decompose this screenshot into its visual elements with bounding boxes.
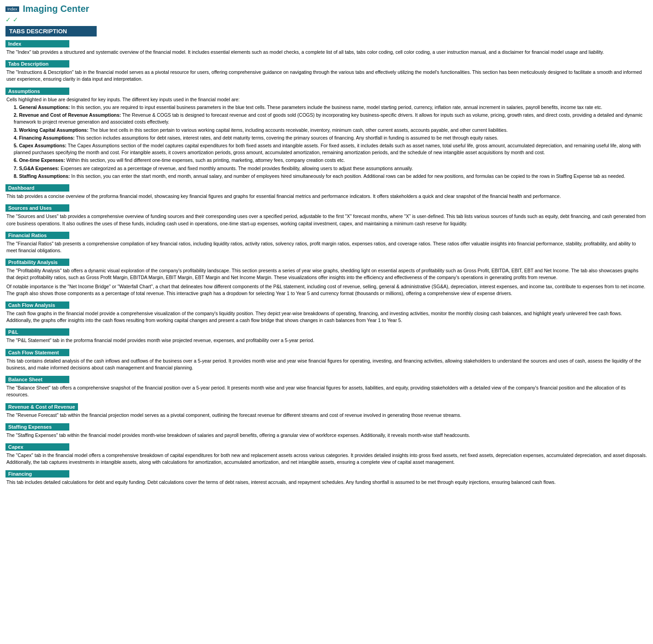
section-text-financial-ratios: The "Financial Ratios" tab presents a co…: [6, 240, 648, 254]
section-revenue-cost: Revenue & Cost of RevenueThe "Revenue Fo…: [5, 403, 648, 419]
section-label-financing[interactable]: Financing: [5, 470, 69, 478]
section-cash-flow-analysis: Cash Flow AnalysisThe cash flow graphs i…: [5, 301, 648, 324]
section-text-sources-and-uses: The "Sources and Uses" tab provides a co…: [6, 213, 648, 227]
section-list-assumptions: 1. General Assumptions: In this section,…: [6, 104, 648, 180]
section-label-sources-and-uses[interactable]: Sources and Uses: [5, 204, 69, 212]
section-assumptions: AssumptionsCells highlighted in blue are…: [5, 88, 648, 180]
section-text-pl: The "P&L Statement" tab in the proforma …: [6, 337, 648, 344]
list-item: 6. One-time Expenses: Within this sectio…: [14, 157, 648, 164]
section-financing: FinancingThis tab includes detailed calc…: [5, 470, 648, 486]
section-index: IndexThe "Index" tab provides a structur…: [5, 40, 648, 56]
section-label-financial-ratios[interactable]: Financial Ratios: [5, 232, 69, 239]
section-profitability-analysis: Profitability AnalysisThe "Profitability…: [5, 259, 648, 297]
list-item: 8. Staffing Assumptions: In this section…: [14, 173, 648, 180]
section-capex: CapexThe "Capex" tab in the financial mo…: [5, 443, 648, 466]
section-label-assumptions[interactable]: Assumptions: [5, 88, 69, 95]
section-text-cash-flow-statement: This tab contains detailed analysis of t…: [6, 358, 648, 371]
section-label-dashboard[interactable]: Dashboard: [5, 184, 69, 192]
section-text-dashboard: This tab provides a concise overview of …: [6, 193, 648, 200]
section-text-capex: The "Capex" tab in the financial model o…: [6, 452, 648, 466]
section-label-capex[interactable]: Capex: [5, 443, 69, 451]
section-text-cash-flow-analysis: The cash flow graphs in the financial mo…: [6, 310, 648, 324]
section-label-cash-flow-statement[interactable]: Cash Flow Statement: [5, 349, 69, 356]
section-text-balance-sheet: The "Balance Sheet" tab offers a compreh…: [6, 384, 648, 398]
index-badge: Index: [5, 6, 19, 12]
section-financial-ratios: Financial RatiosThe "Financial Ratios" t…: [5, 232, 648, 254]
section-label-tabs-description[interactable]: Tabs Description: [5, 60, 69, 68]
section-text-tabs-description: The "Instructions & Description" tab in …: [6, 69, 648, 83]
section-text-assumptions: Cells highlighted in blue are designated…: [6, 96, 648, 103]
section-label-revenue-cost[interactable]: Revenue & Cost of Revenue: [5, 403, 78, 410]
section-staffing-expenses: Staffing ExpensesThe "Staffing Expenses"…: [5, 423, 648, 439]
section-text-staffing-expenses: The "Staffing Expenses" tab within the f…: [6, 432, 648, 439]
list-item: 7. S,G&A Expenses: Expenses are categori…: [14, 165, 648, 172]
section-tabs-description: Tabs DescriptionThe "Instructions & Desc…: [5, 60, 648, 83]
section-dashboard: DashboardThis tab provides a concise ove…: [5, 184, 648, 200]
section-label-staffing-expenses[interactable]: Staffing Expenses: [5, 423, 69, 431]
checkmarks: ✓ ✓: [5, 16, 648, 23]
section-pl: P&LThe "P&L Statement" tab in the profor…: [5, 328, 648, 344]
section-label-balance-sheet[interactable]: Balance Sheet: [5, 376, 69, 383]
app-title: Imaging Center: [23, 4, 89, 14]
list-item: 1. General Assumptions: In this section,…: [14, 104, 648, 111]
list-item: 5. Capex Assumptions: The Capex Assumpti…: [14, 142, 648, 156]
list-item: 2. Revenue and Cost of Revenue Assumptio…: [14, 112, 648, 125]
section-label-profitability-analysis[interactable]: Profitability Analysis: [5, 259, 69, 266]
list-item: 4. Financing Assumptions: This section i…: [14, 135, 648, 141]
section-label-cash-flow-analysis[interactable]: Cash Flow Analysis: [5, 301, 69, 309]
section-text-revenue-cost: The "Revenue Forecast" tab within the fi…: [6, 412, 648, 419]
section-sources-and-uses: Sources and UsesThe "Sources and Uses" t…: [5, 204, 648, 227]
list-item: 3. Working Capital Assumptions: The blue…: [14, 127, 648, 134]
sections-container: IndexThe "Index" tab provides a structur…: [5, 40, 648, 486]
section-text-index: The "Index" tab provides a structured an…: [6, 49, 648, 56]
section-label-pl[interactable]: P&L: [5, 328, 69, 336]
section-text-financing: This tab includes detailed calculations …: [6, 479, 648, 486]
main-section-header: TABS DESCRIPTION: [5, 26, 97, 36]
section-label-index[interactable]: Index: [5, 40, 69, 47]
section-text-profitability-analysis: The "Profitability Analysis" tab offers …: [6, 267, 648, 297]
section-balance-sheet: Balance SheetThe "Balance Sheet" tab off…: [5, 376, 648, 398]
section-cash-flow-statement: Cash Flow StatementThis tab contains det…: [5, 349, 648, 371]
